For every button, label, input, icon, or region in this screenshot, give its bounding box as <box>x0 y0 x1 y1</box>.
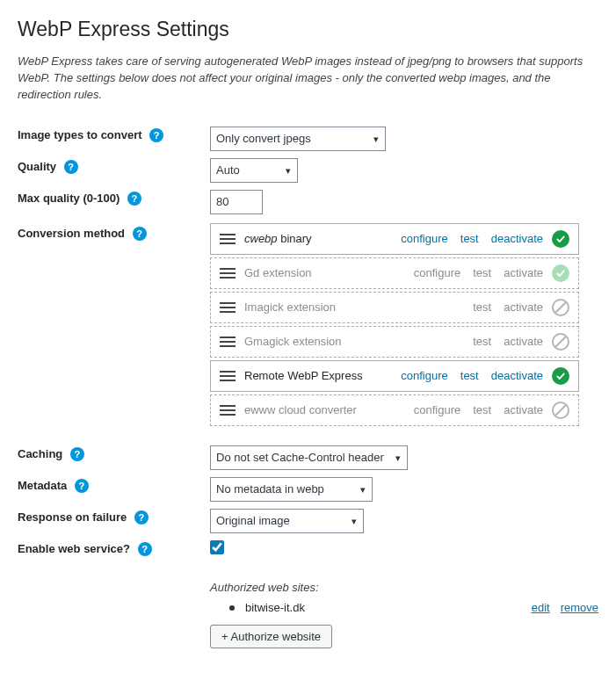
label-response-on-failure: Response on failure <box>18 510 127 524</box>
help-icon[interactable]: ? <box>70 447 84 461</box>
help-icon[interactable]: ? <box>149 128 163 142</box>
converter-label: ewww cloud converter <box>244 403 414 416</box>
label-enable-web-service: Enable web service? <box>18 542 130 555</box>
converter-test-link[interactable]: test <box>473 403 491 416</box>
converter-configure-link[interactable]: configure <box>401 369 447 382</box>
site-list-item: bitwise-it.dk edit remove <box>229 601 598 614</box>
help-icon[interactable]: ? <box>134 510 149 525</box>
converter-activate-link[interactable]: activate <box>504 403 543 416</box>
help-icon[interactable]: ? <box>127 192 141 206</box>
drag-handle-icon[interactable] <box>220 405 236 416</box>
label-caching: Caching <box>18 447 62 460</box>
converter-configure-link[interactable]: configure <box>414 266 460 279</box>
label-max-quality: Max quality (0-100) <box>18 192 120 205</box>
authorize-website-button[interactable]: + Authorize website <box>210 625 332 648</box>
status-ok-icon <box>552 264 569 282</box>
converter-activate-link[interactable]: activate <box>504 335 543 348</box>
converter-label: Remote WebP Express <box>244 369 401 382</box>
converter-row: Imagick extensiontestactivate <box>210 292 579 323</box>
site-edit-link[interactable]: edit <box>532 601 550 614</box>
converter-actions: configuretestactivate <box>414 266 543 279</box>
select-metadata[interactable]: No metadata in webp <box>210 477 373 502</box>
status-unavailable-icon <box>552 402 569 419</box>
converter-row: Remote WebP Expressconfiguretestdeactiva… <box>210 360 579 392</box>
site-name: bitwise-it.dk <box>245 601 305 614</box>
converter-activate-link[interactable]: activate <box>504 266 543 279</box>
converter-test-link[interactable]: test <box>460 369 479 382</box>
converter-test-link[interactable]: test <box>473 300 491 314</box>
label-quality: Quality <box>18 160 56 173</box>
status-unavailable-icon <box>552 299 569 316</box>
converter-actions: configuretestdeactivate <box>401 232 543 245</box>
drag-handle-icon[interactable] <box>220 234 236 244</box>
converter-row: Gd extensionconfiguretestactivate <box>210 257 579 289</box>
help-icon[interactable]: ? <box>75 479 89 493</box>
converter-deactivate-link[interactable]: deactivate <box>491 369 543 382</box>
converter-deactivate-link[interactable]: deactivate <box>491 232 543 245</box>
converter-actions: testactivate <box>473 300 543 314</box>
converter-actions: configuretestdeactivate <box>401 369 543 382</box>
converter-test-link[interactable]: test <box>473 266 491 279</box>
converter-test-link[interactable]: test <box>473 335 491 348</box>
converter-label: Imagick extension <box>244 300 473 314</box>
converter-label: Gmagick extension <box>244 335 473 348</box>
label-image-types: Image types to convert <box>18 128 142 141</box>
converters-list: cwebp binaryconfiguretestdeactivateGd ex… <box>210 223 579 426</box>
checkbox-enable-web-service[interactable] <box>210 540 224 554</box>
drag-handle-icon[interactable] <box>220 336 236 347</box>
converter-label: Gd extension <box>244 266 414 279</box>
bullet-icon <box>229 605 235 611</box>
select-response-on-failure[interactable]: Original image <box>210 509 364 533</box>
converter-row: Gmagick extensiontestactivate <box>210 326 579 358</box>
converter-actions: configuretestactivate <box>414 403 543 416</box>
label-conversion-method: Conversion method <box>18 227 125 240</box>
status-ok-icon <box>552 367 569 385</box>
help-icon[interactable]: ? <box>133 227 147 241</box>
page-title: WebP Express Settings <box>18 18 598 41</box>
authorized-sites-label: Authorized web sites: <box>210 581 598 594</box>
converter-configure-link[interactable]: configure <box>401 232 447 245</box>
drag-handle-icon[interactable] <box>220 302 236 313</box>
converter-actions: testactivate <box>473 335 543 348</box>
drag-handle-icon[interactable] <box>220 268 236 279</box>
drag-handle-icon[interactable] <box>220 371 236 381</box>
converter-activate-link[interactable]: activate <box>504 300 543 314</box>
converter-label: cwebp binary <box>244 232 401 245</box>
converter-test-link[interactable]: test <box>460 232 479 245</box>
select-caching[interactable]: Do not set Cache-Control header <box>210 445 408 470</box>
select-quality[interactable]: Auto <box>210 158 298 183</box>
label-metadata: Metadata <box>18 479 67 492</box>
help-icon[interactable]: ? <box>138 542 152 556</box>
select-image-types[interactable]: Only convert jpegs <box>210 127 386 151</box>
status-unavailable-icon <box>552 333 569 351</box>
site-remove-link[interactable]: remove <box>561 601 598 614</box>
converter-configure-link[interactable]: configure <box>414 403 460 416</box>
page-intro: WebP Express takes care of serving autog… <box>18 54 598 104</box>
input-max-quality[interactable] <box>210 190 263 214</box>
converter-row: cwebp binaryconfiguretestdeactivate <box>210 223 579 255</box>
help-icon[interactable]: ? <box>64 160 78 174</box>
status-ok-icon <box>552 230 569 248</box>
converter-row: ewww cloud converterconfiguretestactivat… <box>210 394 579 426</box>
